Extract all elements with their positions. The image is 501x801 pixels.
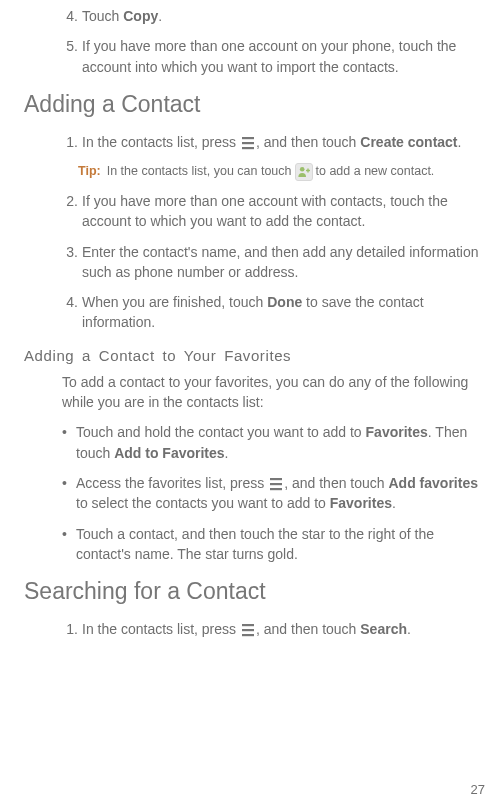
svg-rect-2 (242, 147, 254, 149)
list-item-5: 5. If you have more than one account on … (62, 36, 487, 77)
fav-bullet-3: • Touch a contact, and then touch the st… (62, 524, 487, 565)
bold-text: Done (267, 294, 302, 310)
text: Access the favorites list, press (76, 475, 268, 491)
bullet: • (62, 473, 72, 514)
svg-rect-0 (242, 137, 254, 139)
text: . (225, 445, 229, 461)
fav-bullet-2: • Access the favorites list, press , and… (62, 473, 487, 514)
tip-line: Tip: In the contacts list, you can touch… (78, 162, 487, 181)
menu-icon (270, 477, 282, 491)
list-body: When you are finished, touch Done to sav… (82, 292, 487, 333)
text: . (458, 134, 462, 150)
list-body: In the contacts list, press , and then t… (82, 132, 487, 152)
bold-text: Create contact (360, 134, 457, 150)
search-step-1: 1. In the contacts list, press , and the… (62, 619, 487, 639)
page-number: 27 (471, 782, 485, 797)
svg-rect-9 (242, 624, 254, 626)
list-number: 1. (62, 132, 78, 152)
svg-rect-7 (270, 483, 282, 485)
add-step-2: 2. If you have more than one account wit… (62, 191, 487, 232)
text: Touch (82, 8, 123, 24)
text: to add a new contact. (316, 162, 435, 181)
add-step-1: 1. In the contacts list, press , and the… (62, 132, 487, 152)
text: , and then touch (284, 475, 388, 491)
list-number: 4. (62, 6, 78, 26)
text: , and then touch (256, 134, 360, 150)
text: When you are finished, touch (82, 294, 267, 310)
list-body: Enter the contact's name, and then add a… (82, 242, 487, 283)
text: Touch and hold the contact you want to a… (76, 424, 366, 440)
menu-icon (242, 136, 254, 150)
svg-rect-11 (242, 634, 254, 636)
text: In the contacts list, press (82, 621, 240, 637)
list-number: 5. (62, 36, 78, 77)
list-body: If you have more than one account with c… (82, 191, 487, 232)
text: . (392, 495, 396, 511)
bold-text: Add to Favorites (114, 445, 224, 461)
bullet-body: Access the favorites list, press , and t… (76, 473, 487, 514)
list-number: 4. (62, 292, 78, 333)
svg-rect-6 (270, 478, 282, 480)
svg-rect-10 (242, 629, 254, 631)
svg-rect-8 (270, 488, 282, 490)
text: . (407, 621, 411, 637)
page: 4. Touch Copy. 5. If you have more than … (0, 6, 501, 801)
text: to select the contacts you want to add t… (76, 495, 330, 511)
list-item-4: 4. Touch Copy. (62, 6, 487, 26)
add-contact-icon (295, 163, 313, 181)
bold-text: Favorites (366, 424, 428, 440)
text: In the contacts list, press (82, 134, 240, 150)
list-number: 1. (62, 619, 78, 639)
list-body: In the contacts list, press , and then t… (82, 619, 487, 639)
heading-searching: Searching for a Contact (24, 578, 487, 605)
bold-text: Search (360, 621, 407, 637)
bullet: • (62, 422, 72, 463)
add-step-3: 3. Enter the contact's name, and then ad… (62, 242, 487, 283)
bullet-body: Touch and hold the contact you want to a… (76, 422, 487, 463)
list-number: 2. (62, 191, 78, 232)
heading-adding-contact: Adding a Contact (24, 91, 487, 118)
add-step-4: 4. When you are finished, touch Done to … (62, 292, 487, 333)
bold-text: Add favorites (389, 475, 478, 491)
favorites-intro: To add a contact to your favorites, you … (62, 372, 487, 413)
tip-label: Tip: (78, 162, 101, 181)
bullet: • (62, 524, 72, 565)
list-body: If you have more than one account on you… (82, 36, 487, 77)
bold-text: Copy (123, 8, 158, 24)
bold-text: Favorites (330, 495, 392, 511)
menu-icon (242, 623, 254, 637)
fav-bullet-1: • Touch and hold the contact you want to… (62, 422, 487, 463)
list-number: 3. (62, 242, 78, 283)
bullet-body: Touch a contact, and then touch the star… (76, 524, 487, 565)
list-body: Touch Copy. (82, 6, 487, 26)
svg-rect-5 (307, 168, 308, 172)
svg-rect-1 (242, 142, 254, 144)
text: . (158, 8, 162, 24)
svg-point-3 (299, 166, 304, 171)
heading-favorites: Adding a Contact to Your Favorites (24, 347, 487, 364)
text: In the contacts list, you can touch (107, 162, 292, 181)
text: , and then touch (256, 621, 360, 637)
